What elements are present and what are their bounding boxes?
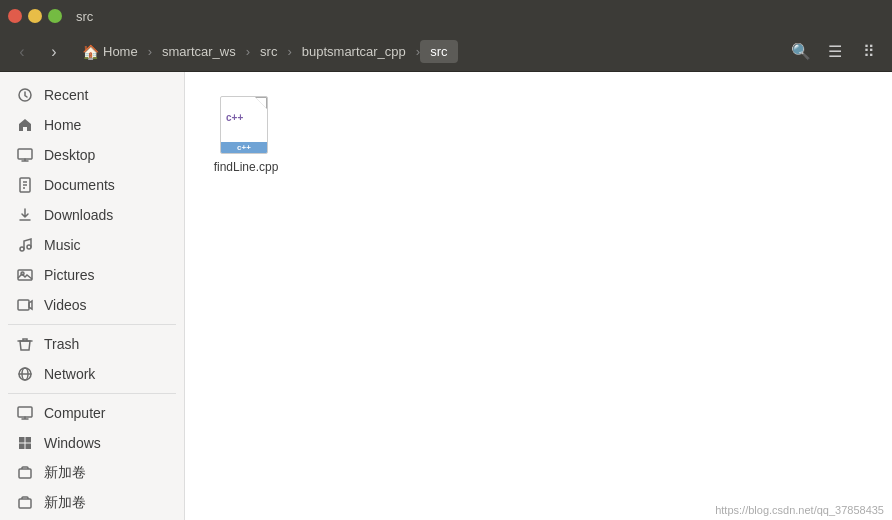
sidebar: RecentHomeDesktopDocumentsDownloadsMusic… (0, 72, 185, 520)
sidebar-item-videos[interactable]: Videos (0, 290, 184, 320)
svg-rect-16 (19, 499, 31, 508)
file-icon: c++ c++ (220, 96, 272, 156)
trash-icon (16, 335, 34, 353)
sidebar-item-label: 新加卷 (44, 494, 86, 512)
breadcrumb: 🏠Home›smartcar_ws›src›buptsmartcar_cpp›s… (72, 40, 782, 64)
statusbar-url: https://blog.csdn.net/qq_37858435 (715, 504, 884, 516)
main-layout: RecentHomeDesktopDocumentsDownloadsMusic… (0, 72, 892, 520)
computer-icon (16, 404, 34, 422)
svg-rect-12 (26, 437, 32, 443)
sidebar-divider (8, 324, 176, 325)
breadcrumb-item-src[interactable]: src (250, 40, 287, 63)
sidebar-item-label: Recent (44, 87, 88, 103)
minimize-button[interactable] (28, 9, 42, 23)
sidebar-item-label: Downloads (44, 207, 113, 223)
desktop-icon (16, 146, 34, 164)
home-icon (16, 116, 34, 134)
sidebar-item-label: Music (44, 237, 81, 253)
sidebar-item-label: Videos (44, 297, 87, 313)
forward-button[interactable]: › (40, 38, 68, 66)
sidebar-item-network[interactable]: Network (0, 359, 184, 389)
sidebar-divider (8, 393, 176, 394)
sidebar-item-label: Trash (44, 336, 79, 352)
file-name: findLine.cpp (214, 160, 279, 174)
network-icon (16, 365, 34, 383)
close-button[interactable] (8, 9, 22, 23)
pictures-icon (16, 266, 34, 284)
newvol2-icon (16, 494, 34, 512)
toolbar-actions: 🔍 ☰ ⠿ (786, 38, 884, 66)
sidebar-item-label: Network (44, 366, 95, 382)
breadcrumb-item-buptsmartcar_cpp[interactable]: buptsmartcar_cpp (292, 40, 416, 63)
svg-rect-7 (18, 300, 29, 310)
sidebar-item-computer[interactable]: Computer (0, 398, 184, 428)
svg-rect-1 (18, 149, 32, 159)
documents-icon (16, 176, 34, 194)
sidebar-item-music[interactable]: Music (0, 230, 184, 260)
sidebar-item-label: Home (44, 117, 81, 133)
menu-icon: ⠿ (863, 42, 875, 61)
sidebar-item-trash[interactable]: Trash (0, 329, 184, 359)
menu-button[interactable]: ⠿ (854, 38, 884, 66)
sidebar-item-label: Windows (44, 435, 101, 451)
sidebar-item-newvol1[interactable]: 新加卷 (0, 458, 184, 488)
file-area: c++ c++ findLine.cpp https://blog.csdn.n… (185, 72, 892, 520)
sidebar-item-downloads[interactable]: Downloads (0, 200, 184, 230)
downloads-icon (16, 206, 34, 224)
sidebar-item-pictures[interactable]: Pictures (0, 260, 184, 290)
sidebar-item-label: Computer (44, 405, 105, 421)
sidebar-item-documents[interactable]: Documents (0, 170, 184, 200)
music-icon (16, 236, 34, 254)
search-icon: 🔍 (791, 42, 811, 61)
view-icon: ☰ (828, 42, 842, 61)
view-button[interactable]: ☰ (820, 38, 850, 66)
svg-rect-13 (19, 444, 25, 450)
back-button[interactable]: ‹ (8, 38, 36, 66)
sidebar-item-recent[interactable]: Recent (0, 80, 184, 110)
svg-rect-10 (18, 407, 32, 417)
sidebar-item-desktop[interactable]: Desktop (0, 140, 184, 170)
sidebar-item-label: Pictures (44, 267, 95, 283)
windows-icon (16, 434, 34, 452)
breadcrumb-item-src[interactable]: src (420, 40, 457, 63)
home-icon: 🏠 (82, 44, 99, 60)
toolbar: ‹ › 🏠Home›smartcar_ws›src›buptsmartcar_c… (0, 32, 892, 72)
maximize-button[interactable] (48, 9, 62, 23)
titlebar: src (0, 0, 892, 32)
breadcrumb-item-smartcar_ws[interactable]: smartcar_ws (152, 40, 246, 63)
sidebar-item-label: 新加卷 (44, 464, 86, 482)
search-button[interactable]: 🔍 (786, 38, 816, 66)
statusbar: https://blog.csdn.net/qq_37858435 (715, 504, 884, 516)
window-title: src (76, 9, 93, 24)
sidebar-item-windows[interactable]: Windows (0, 428, 184, 458)
sidebar-item-label: Desktop (44, 147, 95, 163)
svg-rect-14 (26, 444, 32, 450)
svg-rect-11 (19, 437, 25, 443)
recent-icon (16, 86, 34, 104)
file-item-findLine.cpp[interactable]: c++ c++ findLine.cpp (201, 88, 291, 182)
sidebar-item-label: Documents (44, 177, 115, 193)
newvol1-icon (16, 464, 34, 482)
breadcrumb-item-home[interactable]: 🏠Home (72, 40, 148, 64)
svg-rect-15 (19, 469, 31, 478)
sidebar-item-home[interactable]: Home (0, 110, 184, 140)
sidebar-item-newvol2[interactable]: 新加卷 (0, 488, 184, 518)
videos-icon (16, 296, 34, 314)
